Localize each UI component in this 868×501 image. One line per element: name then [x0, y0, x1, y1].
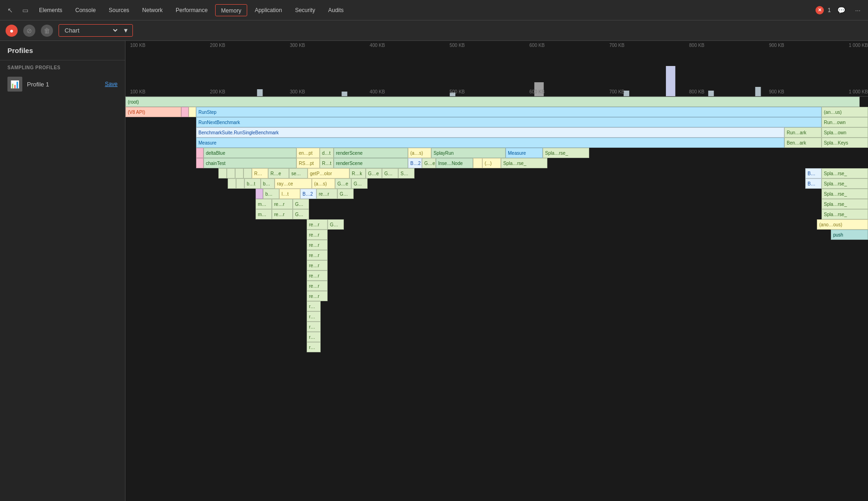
list-item[interactable]: Spla…rse_: [822, 209, 868, 219]
list-item[interactable]: Spla…rse_: [543, 148, 589, 158]
list-item[interactable]: re…r: [307, 230, 328, 240]
list-item[interactable]: S…: [398, 168, 414, 178]
feedback-icon[interactable]: 💬: [835, 4, 848, 17]
list-item[interactable]: Spla…rse_: [822, 189, 868, 199]
list-item[interactable]: [227, 168, 235, 178]
list-item[interactable]: se…: [289, 168, 308, 178]
list-item[interactable]: re…r: [272, 209, 293, 219]
list-item[interactable]: Inse…Node: [436, 158, 473, 168]
list-item[interactable]: [196, 148, 204, 158]
list-item[interactable]: RunNextBenchmark: [196, 117, 822, 127]
chart-select-wrapper[interactable]: Chart Summary Bottom Up Call Tree ▼: [59, 24, 133, 37]
device-icon[interactable]: ▭: [19, 4, 32, 17]
list-item[interactable]: [235, 168, 243, 178]
list-item[interactable]: ray…ce: [275, 178, 312, 189]
list-item[interactable]: G…: [293, 199, 309, 209]
list-item[interactable]: re…r: [316, 189, 337, 199]
list-item[interactable]: renderScene: [334, 158, 408, 168]
tab-network[interactable]: Network: [137, 4, 168, 16]
list-item[interactable]: (V8 API): [125, 107, 181, 117]
list-item[interactable]: r…: [307, 322, 321, 332]
list-item[interactable]: (a…s): [408, 148, 431, 158]
list-item[interactable]: G…: [351, 178, 368, 189]
list-item[interactable]: re…r: [307, 250, 328, 260]
list-item[interactable]: SplayRun: [431, 148, 506, 158]
list-item[interactable]: d…t: [320, 148, 334, 158]
list-item[interactable]: push: [831, 230, 868, 240]
list-item[interactable]: G…: [328, 219, 344, 230]
list-item[interactable]: chainTest: [204, 158, 296, 168]
list-item[interactable]: R…t: [320, 158, 334, 168]
list-item[interactable]: re…r: [307, 240, 328, 250]
tab-memory[interactable]: Memory: [215, 4, 247, 16]
list-item[interactable]: Spla…own: [822, 127, 868, 138]
tab-security[interactable]: Security: [289, 4, 321, 16]
list-item[interactable]: G…e: [335, 178, 351, 189]
list-item[interactable]: Run…own: [822, 117, 868, 127]
tab-sources[interactable]: Sources: [103, 4, 135, 16]
list-item[interactable]: Spla…rse_: [822, 199, 868, 209]
list-item[interactable]: Spla…rse_: [501, 158, 547, 168]
list-item[interactable]: l…t: [279, 189, 300, 199]
list-item[interactable]: G…e: [422, 158, 436, 168]
list-item[interactable]: re…r: [307, 260, 328, 270]
list-item[interactable]: [473, 158, 482, 168]
tab-performance[interactable]: Performance: [170, 4, 213, 16]
cursor-icon[interactable]: ↖: [4, 4, 17, 17]
list-item[interactable]: r…: [307, 301, 321, 311]
list-item[interactable]: re…r: [307, 270, 328, 281]
tab-application[interactable]: Application: [249, 4, 288, 16]
profile-1-item[interactable]: 📊 Profile 1 Save: [0, 73, 125, 95]
list-item[interactable]: m…: [256, 199, 272, 209]
list-item[interactable]: (...): [482, 158, 501, 168]
list-item[interactable]: B…2: [300, 189, 316, 199]
list-item[interactable]: G…: [382, 168, 398, 178]
list-item[interactable]: R…e: [268, 168, 289, 178]
list-item[interactable]: RunStep: [196, 107, 822, 117]
chart-dropdown[interactable]: Chart Summary Bottom Up Call Tree: [63, 26, 119, 34]
list-item[interactable]: [189, 107, 196, 117]
list-item[interactable]: m…: [256, 209, 272, 219]
tab-console[interactable]: Console: [70, 4, 101, 16]
list-item[interactable]: r…: [307, 342, 321, 352]
list-item[interactable]: r…: [307, 332, 321, 342]
list-item[interactable]: [243, 168, 252, 178]
overview-bar[interactable]: 100 KB 200 KB 300 KB 400 KB 500 KB 600 K…: [125, 41, 868, 97]
clear-button[interactable]: 🗑: [41, 25, 53, 37]
list-item[interactable]: renderScene: [334, 148, 408, 158]
list-item[interactable]: B…: [805, 168, 822, 178]
list-item[interactable]: Measure: [506, 148, 543, 158]
list-item[interactable]: G…e: [366, 168, 382, 178]
tab-audits[interactable]: Audits: [322, 4, 349, 16]
list-item[interactable]: Spla…rse_: [822, 178, 868, 189]
list-item[interactable]: [181, 107, 189, 117]
list-item[interactable]: en…pt: [296, 148, 320, 158]
stop-button[interactable]: ⊘: [23, 25, 35, 37]
list-item[interactable]: (a…s): [312, 178, 335, 189]
list-item[interactable]: b…: [261, 178, 275, 189]
list-item[interactable]: RS…pt: [296, 158, 320, 168]
list-item[interactable]: (an…us): [822, 107, 868, 117]
list-item[interactable]: B…2: [408, 158, 422, 168]
list-item[interactable]: [196, 158, 204, 168]
list-item[interactable]: Run…ark: [784, 127, 822, 138]
more-icon[interactable]: ···: [851, 4, 864, 17]
list-item[interactable]: Spla…rse_: [822, 168, 868, 178]
list-item[interactable]: getP…olor: [308, 168, 349, 178]
list-item[interactable]: [236, 178, 244, 189]
list-item[interactable]: (root): [125, 97, 860, 107]
list-item[interactable]: BenchmarkSuite.RunSingleBenchmark: [196, 127, 784, 138]
tab-elements[interactable]: Elements: [33, 4, 68, 16]
list-item[interactable]: (ano…ous): [817, 219, 868, 230]
flame-chart[interactable]: (root) (V8 API) RunStep (an…us) RunNextB…: [125, 97, 868, 501]
list-item[interactable]: re…r: [272, 199, 293, 209]
list-item[interactable]: r…: [307, 311, 321, 322]
list-item[interactable]: [218, 168, 227, 178]
list-item[interactable]: b…: [263, 189, 279, 199]
list-item[interactable]: Ben…ark: [784, 138, 822, 148]
list-item[interactable]: re…r: [307, 291, 328, 301]
list-item[interactable]: [256, 189, 263, 199]
list-item[interactable]: B…: [805, 178, 822, 189]
list-item[interactable]: G…: [337, 189, 354, 199]
record-button[interactable]: ●: [6, 25, 18, 37]
